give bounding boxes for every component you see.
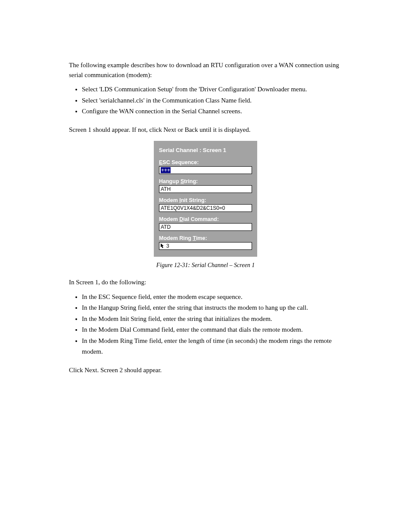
list-item: In the ESC Sequence field, enter the mod… bbox=[82, 292, 346, 303]
modem-ring-label: Modem Ring Time: bbox=[159, 235, 252, 241]
list-item: Select 'serialchannel.cls' in the Commun… bbox=[82, 95, 346, 106]
modem-dial-input[interactable]: ATD bbox=[159, 223, 252, 231]
modem-init-group: Modem Init String: ATE1Q0V1X4&D2&C1S0=0 bbox=[159, 197, 252, 212]
list-item: Select 'LDS Communication Setup' from th… bbox=[82, 84, 346, 95]
label-part: Modem bbox=[159, 216, 179, 222]
cursor-icon bbox=[160, 243, 165, 249]
esc-sequence-input[interactable]: +++ bbox=[159, 166, 252, 174]
hangup-string-input[interactable]: ATH bbox=[159, 185, 252, 193]
dialog-title: Serial Channel : Screen 1 bbox=[159, 147, 252, 153]
list-item: In the Modem Dial Command field, enter t… bbox=[82, 324, 346, 336]
document-page: The following example describes how to d… bbox=[0, 0, 411, 532]
section2-intro: In Screen 1, do the following: bbox=[69, 277, 346, 287]
section1-closing: Screen 1 should appear. If not, click Ne… bbox=[69, 125, 346, 135]
esc-sequence-label: ESC Sequence: bbox=[159, 159, 252, 165]
label-part: ial Command: bbox=[183, 216, 219, 222]
modem-init-value: ATE1Q0V1X4&D2&C1S0=0 bbox=[161, 205, 225, 211]
list-item: Configure the WAN connection in the Seri… bbox=[82, 106, 346, 117]
hangup-string-value: ATH bbox=[161, 186, 171, 192]
list-item: In the Hangup String field, enter the st… bbox=[82, 302, 346, 314]
hangup-string-label: Hangup String: bbox=[159, 178, 252, 184]
serial-channel-dialog: Serial Channel : Screen 1 ESC Sequence: … bbox=[154, 141, 257, 257]
label-part: ime: bbox=[196, 235, 207, 241]
modem-init-label: Modem Init String: bbox=[159, 197, 252, 203]
modem-ring-input[interactable]: 3 bbox=[159, 242, 252, 250]
label-part: Modem bbox=[159, 197, 179, 203]
section1-bullets: Select 'LDS Communication Setup' from th… bbox=[69, 84, 346, 117]
label-part: nit String: bbox=[181, 197, 206, 203]
esc-sequence-group: ESC Sequence: +++ bbox=[159, 159, 252, 174]
modem-init-input[interactable]: ATE1Q0V1X4&D2&C1S0=0 bbox=[159, 204, 252, 212]
esc-sequence-value: +++ bbox=[161, 167, 171, 173]
section-2: In Screen 1, do the following: In the ES… bbox=[69, 277, 346, 375]
label-part: tring: bbox=[184, 178, 198, 184]
section-1: The following example describes how to d… bbox=[69, 60, 346, 134]
section1-intro: The following example describes how to d… bbox=[69, 60, 346, 80]
figure-caption: Figure 12-31: Serial Channel – Screen 1 bbox=[65, 262, 346, 269]
section2-bullets: In the ESC Sequence field, enter the mod… bbox=[69, 292, 346, 358]
label-part: SC Sequence: bbox=[162, 159, 199, 165]
modem-ring-group: Modem Ring Time: 3 bbox=[159, 235, 252, 250]
modem-ring-value: 3 bbox=[166, 243, 169, 249]
label-underline: T bbox=[193, 235, 196, 241]
list-item: In the Modem Ring Time field, enter the … bbox=[82, 336, 346, 358]
hangup-string-group: Hangup String: ATH bbox=[159, 178, 252, 193]
list-item: In the Modem Init String field, enter th… bbox=[82, 314, 346, 325]
figure-wrap: Serial Channel : Screen 1 ESC Sequence: … bbox=[65, 141, 346, 257]
section2-closing: Click Next. Screen 2 should appear. bbox=[69, 365, 346, 375]
modem-dial-value: ATD bbox=[161, 224, 171, 230]
label-underline: D bbox=[179, 216, 183, 222]
modem-dial-label: Modem Dial Command: bbox=[159, 216, 252, 222]
modem-dial-group: Modem Dial Command: ATD bbox=[159, 216, 252, 231]
label-part: Hangup bbox=[159, 178, 181, 184]
label-part: Modem Ring bbox=[159, 235, 193, 241]
